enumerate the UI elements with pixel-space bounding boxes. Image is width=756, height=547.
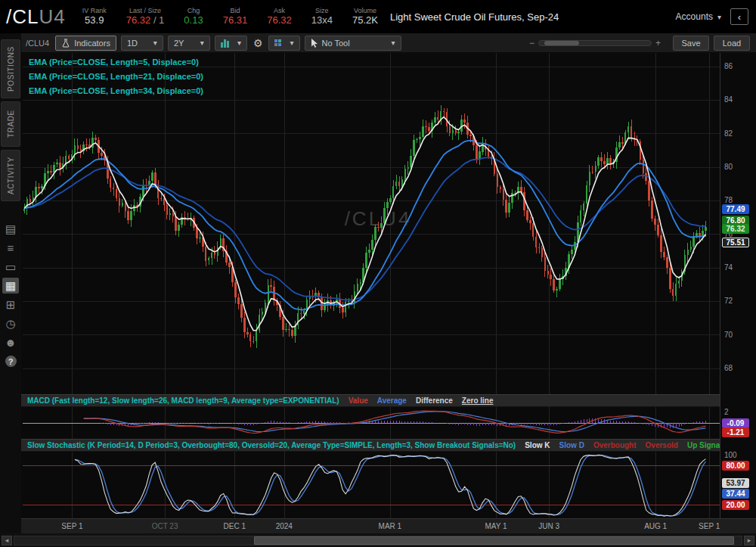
help-icon[interactable]: ? [2,353,19,369]
drawing-set-dropdown[interactable]: ▾ [268,36,299,51]
time-axis-label: SEP 1 [61,522,82,530]
stochastic-pane-canvas[interactable] [23,452,720,518]
save-label: Save [681,39,700,48]
ema-study-labels: EMA (Price=CLOSE, Length=5, Displace=0)E… [29,57,203,95]
chart-toolbar: /CLU4 Indicators 1D▾ 2Y▾ ▾ ⚙ ▾ [21,33,756,53]
price-bubble: -1.21 [722,427,749,437]
accounts-label: Accounts [676,11,713,22]
legend-item: Up Signal [687,441,722,449]
legend-item: Overbought [593,441,637,449]
quote-stat-ask: Ask76.32 [267,7,292,26]
macd-splitter-bar[interactable]: MACD (Fast length=12, Slow length=26, MA… [21,394,756,407]
zoom-slider-thumb[interactable] [544,41,579,45]
aggregation-dropdown[interactable]: 1D▾ [121,36,163,51]
history-clock-icon[interactable]: ◷ [2,315,19,331]
scroll-left-button[interactable]: ◂ [2,536,12,545]
price-bubble: 77.49 [722,204,749,214]
stochastic-study-label[interactable]: Slow Stochastic (K Period=14, D Period=3… [27,441,516,449]
quote-stat-chg: Chg0.13 [184,7,203,26]
axis-tick: 74 [724,263,733,272]
time-axis[interactable]: SEP 1OCT 23DEC 12024MAR 1MAY 1JUN 3AUG 1… [21,518,756,533]
price-bubble: 75.51 [722,238,749,247]
quote-stat-bid: Bid76.31 [223,7,248,26]
load-button[interactable]: Load [714,36,750,51]
scrollbar-thumb[interactable] [254,536,734,545]
time-axis-label: MAR 1 [379,522,402,530]
sidebar-tab-activity[interactable]: ACTIVITY [1,150,20,201]
price-bubble: 76.32 [722,224,749,234]
chart-region: /CLU4 EMA (Price=CLOSE, Length=5, Displa… [21,53,756,518]
flask-icon [61,39,70,48]
axis-tick: 86 [724,62,733,71]
price-bubble: 80.00 [722,461,749,471]
chevron-left-icon: ‹ [738,11,741,23]
price-bubble: 20.00 [722,500,749,510]
chart-scrollbar: ◂ ▸ [0,533,756,547]
quote-stat-volume: Volume75.2K [352,7,378,26]
quote-stat-iv-rank: IV Rank53.9 [82,7,107,26]
accounts-dropdown[interactable]: Accounts ▾ [676,11,721,22]
grid-apps-icon[interactable]: ⊞ [2,297,19,312]
price-bubble: 37.44 [722,489,749,499]
scroll-right-button[interactable]: ▸ [744,536,754,545]
chevron-down-icon: ▾ [391,39,395,47]
ema-label[interactable]: EMA (Price=CLOSE, Length=21, Displace=0) [29,72,203,81]
time-axis-label: MAY 1 [485,522,507,530]
symbol-root: /CL [6,5,39,28]
stochastic-splitter-bar[interactable]: Slow Stochastic (K Period=14, D Period=3… [21,439,756,452]
gear-icon: ⚙ [253,37,263,49]
load-label: Load [723,39,741,48]
candlestick-chart-icon [221,39,229,48]
scrollbar-track[interactable] [14,536,742,545]
left-sidebar: POSITIONSTRADEACTIVITY ▤≡▭▦⊞◷☻? [0,33,21,533]
time-axis-label: 2024 [276,522,293,530]
aggregation-value: 1D [127,39,138,48]
collapse-panel-button[interactable]: ‹ [730,8,748,25]
watchlist-icon[interactable]: ≡ [2,240,19,256]
axis-tick: 100 [724,451,737,460]
macd-legend: ValueAverageDifferenceZero line [349,396,494,405]
news-icon[interactable]: ▤ [2,221,19,237]
price-axis[interactable]: 86848280787674727068210077.4976.8076.327… [720,53,756,518]
legend-item: Average [377,396,407,405]
chart-settings-button[interactable]: ⚙ [252,37,265,49]
zoom-slider: − + [529,38,661,48]
price-chart-canvas[interactable]: /CLU4 [23,53,720,394]
sidebar-tab-trade[interactable]: TRADE [1,101,20,147]
ema-label[interactable]: EMA (Price=CLOSE, Length=5, Displace=0) [29,57,203,67]
price-bubble: 53.97 [722,478,749,488]
quote-stat-last-size: Last / Size76.32 / 1 [126,7,165,26]
zoom-slider-track[interactable] [538,40,652,46]
indicators-label: Indicators [74,39,110,48]
sidebar-tab-positions[interactable]: POSITIONS [1,39,20,98]
chart-type-dropdown[interactable]: ▾ [215,36,247,51]
community-icon[interactable]: ☻ [2,334,19,350]
ema-label[interactable]: EMA (Price=CLOSE, Length=34, Displace=0) [29,86,203,95]
indicators-button[interactable]: Indicators [55,36,116,51]
legend-item: Zero line [462,396,494,405]
time-axis-label: OCT 23 [152,522,178,530]
monitor-icon[interactable]: ▭ [2,259,19,275]
axis-tick: 70 [724,331,733,340]
time-axis-label: AUG 1 [644,522,667,530]
axis-tick: 82 [724,129,733,138]
chevron-down-icon: ▾ [290,39,293,47]
pattern-chart-icon[interactable]: ▦ [2,278,19,294]
zoom-in-button[interactable]: + [655,38,661,48]
axis-tick: 72 [724,297,733,306]
pattern-grid-icon [274,39,281,46]
zoom-out-button[interactable]: − [529,38,534,48]
time-axis-label: DEC 1 [224,522,246,530]
macd-study-label[interactable]: MACD (Fast length=12, Slow length=26, MA… [27,396,339,405]
chevron-down-icon: ▾ [237,39,241,47]
save-button[interactable]: Save [673,36,709,51]
quote-header: /CLU4 IV Rank53.9Last / Size76.32 / 1Chg… [0,0,756,33]
cursor-icon [311,39,318,48]
range-dropdown[interactable]: 2Y▾ [168,36,210,51]
toolbar-symbol-label: /CLU4 [26,39,49,48]
macd-pane-canvas[interactable] [23,407,720,439]
legend-item: Value [349,396,368,405]
drawing-tool-dropdown[interactable]: No Tool ▾ [305,36,401,51]
legend-item: Difference [416,396,453,405]
chevron-down-icon: ▾ [153,39,157,47]
